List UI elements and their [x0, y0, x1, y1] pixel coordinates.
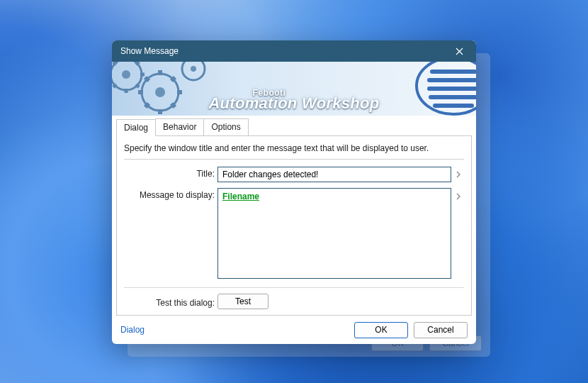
- close-icon: [456, 48, 463, 55]
- banner: Febooti Automation Workshop: [112, 62, 476, 116]
- svg-line-8: [113, 84, 116, 87]
- svg-line-6: [113, 62, 116, 65]
- message-input[interactable]: Filename: [217, 188, 451, 279]
- message-variable-picker[interactable]: [454, 189, 463, 204]
- test-label: Test this dialog:: [124, 296, 215, 308]
- tab-behavior[interactable]: Behavior: [155, 118, 204, 135]
- message-label: Message to display:: [124, 188, 215, 200]
- close-button[interactable]: [449, 43, 469, 59]
- titlebar[interactable]: Show Message: [112, 40, 476, 62]
- tab-panel-dialog: Specify the window title and enter the m…: [116, 135, 472, 316]
- message-variable-token[interactable]: Filename: [222, 192, 259, 201]
- banner-product: Automation Workshop: [208, 94, 379, 112]
- tab-options[interactable]: Options: [203, 118, 248, 135]
- svg-line-7: [136, 84, 139, 87]
- svg-line-16: [145, 77, 149, 81]
- svg-point-1: [122, 70, 130, 79]
- svg-line-19: [171, 77, 175, 81]
- chevron-right-icon: [456, 193, 460, 200]
- ok-button[interactable]: OK: [354, 322, 408, 338]
- help-link[interactable]: Dialog: [120, 325, 145, 335]
- window-title: Show Message: [120, 46, 449, 56]
- divider: [124, 159, 464, 160]
- dialog-footer: Dialog OK Cancel: [112, 316, 476, 344]
- svg-point-21: [191, 66, 196, 72]
- chevron-right-icon: [456, 171, 460, 178]
- instruction-text: Specify the window title and enter the m…: [124, 143, 464, 153]
- title-input[interactable]: [217, 167, 451, 182]
- tab-dialog[interactable]: Dialog: [116, 119, 156, 136]
- show-message-dialog: Show Message: [112, 40, 476, 344]
- cancel-button[interactable]: Cancel: [414, 322, 468, 338]
- tab-strip: Dialog Behavior Options: [112, 116, 476, 135]
- svg-line-9: [136, 62, 139, 65]
- title-label: Title:: [124, 167, 215, 179]
- title-variable-picker[interactable]: [454, 167, 463, 182]
- test-button[interactable]: Test: [217, 294, 268, 309]
